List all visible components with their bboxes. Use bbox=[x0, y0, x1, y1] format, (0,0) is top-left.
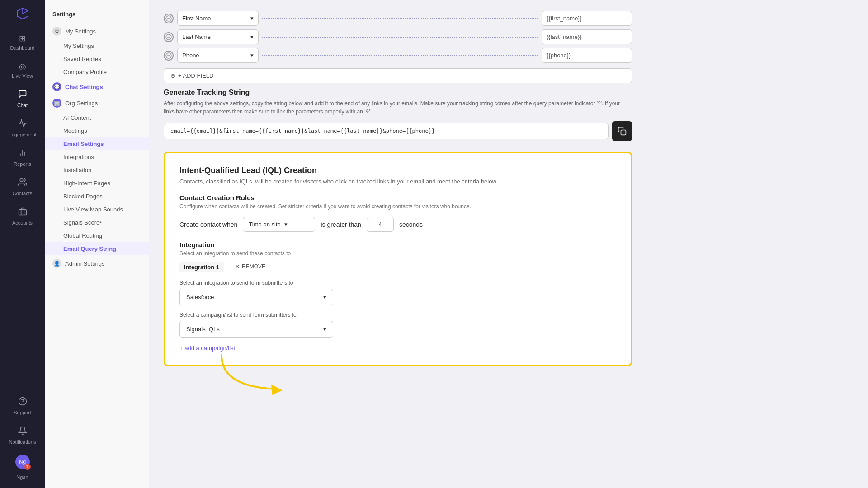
last-name-value: {{last_name}} bbox=[542, 29, 632, 44]
nav-item-notifications[interactable]: Notifications bbox=[3, 422, 42, 449]
settings-item-saved-replies[interactable]: Saved Replies bbox=[45, 52, 149, 66]
nav-item-accounts[interactable]: Accounts bbox=[3, 202, 42, 230]
settings-item-my-settings[interactable]: My Settings bbox=[45, 39, 149, 52]
remove-last-name-btn[interactable] bbox=[164, 32, 174, 42]
last-name-select[interactable]: Last Name ▾ bbox=[177, 29, 259, 44]
live-view-icon: ◎ bbox=[19, 61, 26, 71]
field-row-phone: Phone ▾ {{phone}} bbox=[164, 48, 632, 63]
chevron-down-icon-2: ▾ bbox=[323, 294, 326, 300]
campaign-select-value: Signals IQLs bbox=[186, 326, 220, 333]
campaign-label: Select a campaign/list to send form subm… bbox=[179, 312, 616, 318]
nav-label-accounts: Accounts bbox=[12, 220, 33, 225]
add-field-icon: ⊕ bbox=[170, 72, 175, 79]
integration-select-value: Salesforce bbox=[186, 294, 214, 300]
tracking-title: Generate Tracking String bbox=[164, 89, 632, 97]
settings-item-high-intent-pages[interactable]: High-Intent Pages bbox=[45, 177, 149, 190]
integration-desc: Select an integration to send these cont… bbox=[179, 250, 616, 257]
chat-icon bbox=[18, 89, 27, 101]
nav-item-support[interactable]: Support bbox=[3, 392, 42, 420]
add-campaign-link[interactable]: + add a campaign/list bbox=[179, 345, 235, 352]
settings-item-company-profile[interactable]: Company Profile bbox=[45, 66, 149, 79]
phone-value: {{phone}} bbox=[542, 48, 632, 63]
settings-item-blocked-pages[interactable]: Blocked Pages bbox=[45, 190, 149, 203]
settings-item-integrations[interactable]: Integrations bbox=[45, 150, 149, 164]
settings-sidebar: Settings ⚙ My Settings My Settings Saved… bbox=[45, 0, 149, 488]
nav-item-chat[interactable]: Chat bbox=[3, 85, 42, 113]
nav-label-chat: Chat bbox=[17, 103, 28, 108]
integration-chip-row: Integration 1 ✕ REMOVE bbox=[179, 262, 616, 276]
accounts-icon bbox=[18, 207, 27, 218]
avatar: Ng 7 bbox=[15, 455, 30, 469]
avatar-initials: Ng bbox=[19, 459, 26, 465]
settings-item-installation[interactable]: Installation bbox=[45, 164, 149, 177]
create-label: Create contact when bbox=[179, 221, 237, 228]
contact-rules-section: Contact Creation Rules Configure when co… bbox=[179, 194, 616, 232]
section-my-settings-label: My Settings bbox=[65, 28, 96, 35]
user-badge: 7 bbox=[24, 464, 31, 470]
settings-item-signals-score[interactable]: Signals Score• bbox=[45, 216, 149, 229]
nav-label-dashboard: Dashboard bbox=[10, 45, 35, 51]
contact-rule-row: Create contact when Time on site ▾ is gr… bbox=[179, 217, 616, 232]
settings-item-email-settings[interactable]: Email Settings bbox=[45, 137, 149, 150]
section-chat-settings[interactable]: 💬 Chat Settings bbox=[45, 79, 149, 95]
settings-item-email-query-string[interactable]: Email Query String bbox=[45, 242, 149, 255]
section-org-settings-label: Org Settings bbox=[65, 100, 98, 107]
first-name-value: {{first_name}} bbox=[542, 11, 632, 26]
svg-point-3 bbox=[20, 179, 23, 182]
field-rows-area: First Name ▾ {{first_name}} Last Name ▾ … bbox=[164, 11, 632, 63]
nav-label-reports: Reports bbox=[14, 161, 31, 167]
user-name: Ngan bbox=[16, 474, 28, 480]
left-nav: ⊞ Dashboard ◎ Live View Chat Engagement … bbox=[0, 0, 45, 488]
settings-item-live-view-map-sounds[interactable]: Live View Map Sounds bbox=[45, 203, 149, 216]
admin-settings-icon: 👤 bbox=[52, 259, 61, 268]
settings-item-ai-content[interactable]: AI Content bbox=[45, 111, 149, 124]
remove-first-name-btn[interactable] bbox=[164, 14, 174, 23]
nav-item-live-view[interactable]: ◎ Live View bbox=[3, 57, 42, 83]
main-content: First Name ▾ {{first_name}} Last Name ▾ … bbox=[149, 0, 868, 488]
integration-section: Integration Select an integration to sen… bbox=[179, 241, 616, 352]
section-admin-settings-label: Admin Settings bbox=[65, 260, 104, 267]
remove-phone-btn[interactable] bbox=[164, 51, 174, 61]
tracking-string-area: email={{email}}&first_name={{first_name}… bbox=[164, 121, 632, 141]
campaign-select[interactable]: Signals IQLs ▾ bbox=[179, 321, 333, 338]
integration-chip-label: Integration 1 bbox=[184, 264, 219, 271]
remove-integration-btn[interactable]: ✕ REMOVE bbox=[235, 263, 265, 270]
section-my-settings[interactable]: ⚙ My Settings bbox=[45, 23, 149, 39]
logo bbox=[14, 5, 31, 22]
add-field-button[interactable]: ⊕ + ADD FIELD bbox=[164, 68, 632, 83]
condition-value: Time on site bbox=[249, 221, 280, 228]
nav-item-contacts[interactable]: Contacts bbox=[3, 173, 42, 201]
section-admin-settings[interactable]: 👤 Admin Settings bbox=[45, 255, 149, 272]
nav-label-engagement: Engagement bbox=[8, 132, 36, 137]
nav-label-contacts: Contacts bbox=[13, 191, 32, 196]
remove-label: REMOVE bbox=[242, 263, 265, 270]
field-row-first-name: First Name ▾ {{first_name}} bbox=[164, 11, 632, 26]
chevron-down-icon: ▾ bbox=[284, 221, 288, 228]
chevron-down-icon-3: ▾ bbox=[323, 326, 326, 333]
send-to-label: Select an integration to send form submi… bbox=[179, 280, 616, 286]
phone-select[interactable]: Phone ▾ bbox=[177, 48, 259, 63]
operator-label: is greater than bbox=[321, 221, 361, 228]
rule-value-input[interactable] bbox=[367, 217, 394, 232]
svg-rect-13 bbox=[621, 130, 626, 135]
tracking-desc: After configuring the above settings, co… bbox=[164, 99, 632, 116]
iql-desc: Contacts, classified as IQLs, will be cr… bbox=[179, 178, 616, 185]
nav-label-support: Support bbox=[14, 410, 31, 415]
nav-item-engagement[interactable]: Engagement bbox=[3, 114, 42, 142]
integration-select[interactable]: Salesforce ▾ bbox=[179, 289, 333, 305]
org-settings-icon: 🏢 bbox=[52, 99, 61, 108]
settings-item-global-routing[interactable]: Global Routing bbox=[45, 229, 149, 242]
my-settings-icon: ⚙ bbox=[52, 27, 61, 36]
condition-select[interactable]: Time on site ▾ bbox=[243, 217, 315, 232]
copy-button[interactable] bbox=[612, 121, 632, 141]
add-field-label: + ADD FIELD bbox=[178, 72, 213, 79]
svg-rect-4 bbox=[19, 210, 26, 215]
settings-item-meetings[interactable]: Meetings bbox=[45, 124, 149, 137]
nav-item-reports[interactable]: Reports bbox=[3, 144, 42, 171]
nav-item-dashboard[interactable]: ⊞ Dashboard bbox=[3, 29, 42, 55]
user-avatar-area[interactable]: Ng 7 bbox=[15, 455, 30, 469]
x-icon: ✕ bbox=[235, 263, 240, 270]
section-org-settings[interactable]: 🏢 Org Settings bbox=[45, 95, 149, 111]
tracking-string-value: email={{email}}&first_name={{first_name}… bbox=[164, 123, 609, 139]
first-name-select[interactable]: First Name ▾ bbox=[177, 11, 259, 26]
